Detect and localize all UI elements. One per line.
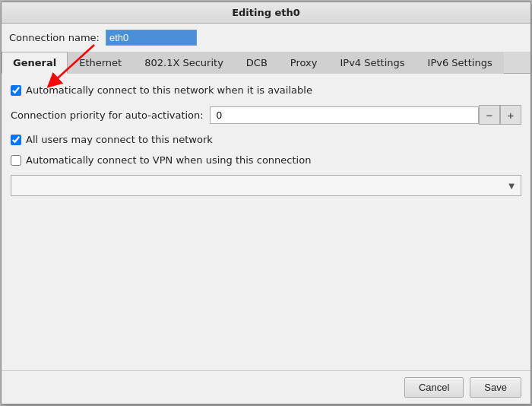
priority-row: Connection priority for auto-activation:… <box>11 105 521 125</box>
vpn-dropdown[interactable]: ▼ <box>11 175 521 196</box>
vpn-checkbox[interactable] <box>11 155 21 166</box>
footer: Cancel Save <box>2 370 530 404</box>
tab-security[interactable]: 802.1X Security <box>133 52 235 74</box>
tab-dcb[interactable]: DCB <box>235 52 279 74</box>
vpn-dropdown-row: ▼ <box>11 175 521 196</box>
tabs-bar: General Ethernet 802.1X Security DCB Pro… <box>2 52 530 74</box>
content-area: Automatically connect to this network wh… <box>2 74 530 370</box>
priority-input[interactable] <box>210 106 479 124</box>
tab-ethernet[interactable]: Ethernet <box>68 52 133 74</box>
tab-proxy[interactable]: Proxy <box>279 52 329 74</box>
tab-general[interactable]: General <box>2 52 68 74</box>
all-users-label: All users may connect to this network <box>26 134 213 145</box>
priority-plus-button[interactable]: + <box>500 105 521 125</box>
connection-name-input[interactable] <box>106 30 197 46</box>
auto-connect-checkbox[interactable] <box>11 85 21 96</box>
all-users-checkbox[interactable] <box>11 135 21 145</box>
tab-ipv6[interactable]: IPv6 Settings <box>416 52 504 74</box>
priority-label: Connection priority for auto-activation: <box>11 109 204 121</box>
all-users-row: All users may connect to this network <box>11 134 521 145</box>
window-title: Editing eth0 <box>232 7 300 18</box>
connection-name-label: Connection name: <box>9 32 100 43</box>
title-bar: Editing eth0 <box>2 2 530 24</box>
cancel-button[interactable]: Cancel <box>404 377 464 398</box>
tab-ipv4[interactable]: IPv4 Settings <box>328 52 416 74</box>
content-spacer <box>11 205 521 360</box>
connection-name-row: Connection name: <box>2 24 530 52</box>
dropdown-arrow-icon: ▼ <box>508 182 515 190</box>
priority-input-group: − + <box>210 105 521 125</box>
vpn-checkbox-row: Automatically connect to VPN when using … <box>11 154 521 166</box>
save-button[interactable]: Save <box>470 377 521 398</box>
auto-connect-row: Automatically connect to this network wh… <box>11 84 521 96</box>
vpn-label: Automatically connect to VPN when using … <box>26 154 311 166</box>
auto-connect-label: Automatically connect to this network wh… <box>26 84 312 96</box>
priority-minus-button[interactable]: − <box>479 105 500 125</box>
